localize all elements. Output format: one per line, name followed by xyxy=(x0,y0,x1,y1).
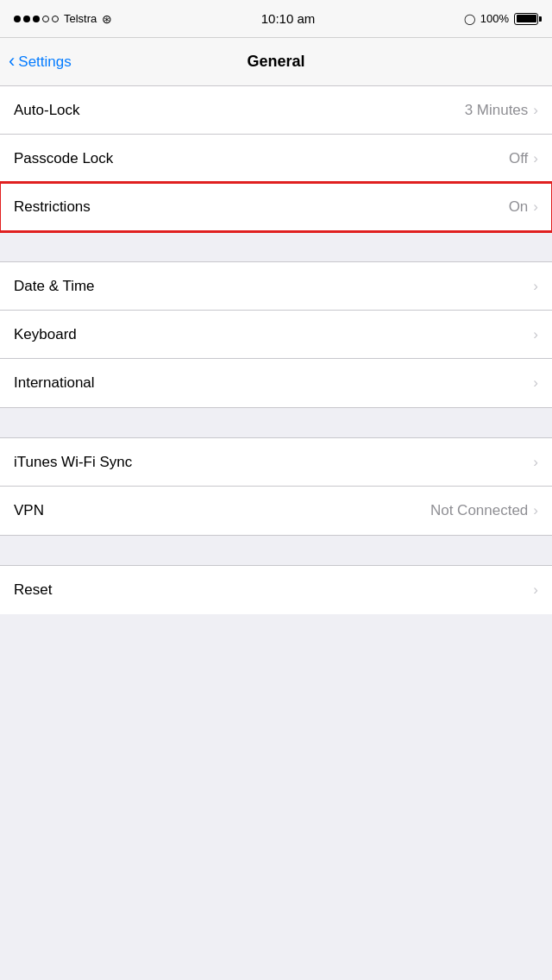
settings-row-itunes-wifi[interactable]: iTunes Wi-Fi Sync › xyxy=(0,438,552,487)
settings-row-auto-lock[interactable]: Auto-Lock 3 Minutes › xyxy=(0,86,552,135)
divider-3 xyxy=(0,535,552,566)
vpn-chevron-icon: › xyxy=(533,502,538,519)
restrictions-right: On › xyxy=(509,198,538,216)
settings-row-restrictions[interactable]: Restrictions On › xyxy=(0,183,552,231)
divider-1 xyxy=(0,231,552,262)
back-button[interactable]: ‹ Settings xyxy=(9,53,72,71)
auto-lock-label: Auto-Lock xyxy=(14,102,80,119)
keyboard-chevron-icon: › xyxy=(533,326,538,343)
status-right: ◯ 100% xyxy=(464,12,538,25)
vpn-value: Not Connected xyxy=(430,502,528,519)
passcode-lock-right: Off › xyxy=(509,150,538,167)
carrier-label: Telstra xyxy=(64,12,97,25)
wifi-icon: ⊛ xyxy=(102,12,112,26)
international-chevron-icon: › xyxy=(533,374,538,392)
settings-row-reset[interactable]: Reset › xyxy=(0,566,552,614)
settings-group-locale: Date & Time › Keyboard › International › xyxy=(0,262,552,407)
reset-chevron-icon: › xyxy=(533,581,538,599)
battery-icon xyxy=(514,13,538,25)
battery-fill xyxy=(517,15,536,22)
back-chevron-icon: ‹ xyxy=(9,52,15,71)
passcode-lock-label: Passcode Lock xyxy=(14,150,113,167)
auto-lock-right: 3 Minutes › xyxy=(465,102,538,119)
bottom-divider xyxy=(0,614,552,645)
settings-group-network: iTunes Wi-Fi Sync › VPN Not Connected › xyxy=(0,438,552,535)
lock-icon: ◯ xyxy=(464,13,475,25)
settings-row-date-time[interactable]: Date & Time › xyxy=(0,262,552,311)
signal-dot-2 xyxy=(23,16,30,22)
international-label: International xyxy=(14,374,95,392)
itunes-wifi-label: iTunes Wi-Fi Sync xyxy=(14,454,132,471)
signal-dots xyxy=(14,16,59,22)
vpn-right: Not Connected › xyxy=(430,502,538,519)
settings-row-international[interactable]: International › xyxy=(0,359,552,407)
date-time-chevron-icon: › xyxy=(533,278,538,295)
divider-2 xyxy=(0,407,552,438)
itunes-wifi-chevron-icon: › xyxy=(533,454,538,471)
status-left: Telstra ⊛ xyxy=(14,12,112,26)
reset-label: Reset xyxy=(14,581,52,599)
signal-dot-1 xyxy=(14,16,21,22)
restrictions-chevron-icon: › xyxy=(533,198,538,216)
status-time: 10:10 am xyxy=(261,11,316,26)
back-label: Settings xyxy=(18,53,71,71)
signal-dot-5 xyxy=(52,16,59,22)
settings-row-keyboard[interactable]: Keyboard › xyxy=(0,311,552,359)
settings-row-passcode-lock[interactable]: Passcode Lock Off › xyxy=(0,135,552,183)
keyboard-right: › xyxy=(533,326,538,343)
settings-group-reset: Reset › xyxy=(0,566,552,614)
itunes-wifi-right: › xyxy=(533,454,538,471)
auto-lock-chevron-icon: › xyxy=(533,102,538,119)
battery-percent: 100% xyxy=(480,12,509,25)
signal-dot-3 xyxy=(33,16,40,22)
page-title: General xyxy=(247,53,304,71)
passcode-lock-value: Off xyxy=(509,150,528,167)
battery-body xyxy=(514,13,538,25)
reset-right: › xyxy=(533,581,538,599)
date-time-right: › xyxy=(533,278,538,295)
signal-dot-4 xyxy=(42,16,49,22)
passcode-lock-chevron-icon: › xyxy=(533,150,538,167)
international-right: › xyxy=(533,374,538,392)
keyboard-label: Keyboard xyxy=(14,326,77,343)
nav-bar: ‹ Settings General xyxy=(0,38,552,86)
vpn-label: VPN xyxy=(14,502,44,519)
settings-group-lock: Auto-Lock 3 Minutes › Passcode Lock Off … xyxy=(0,86,552,231)
restrictions-value: On xyxy=(509,198,529,216)
restrictions-label: Restrictions xyxy=(14,198,91,216)
status-bar: Telstra ⊛ 10:10 am ◯ 100% xyxy=(0,0,552,38)
auto-lock-value: 3 Minutes xyxy=(465,102,529,119)
date-time-label: Date & Time xyxy=(14,278,95,295)
settings-row-vpn[interactable]: VPN Not Connected › xyxy=(0,487,552,535)
